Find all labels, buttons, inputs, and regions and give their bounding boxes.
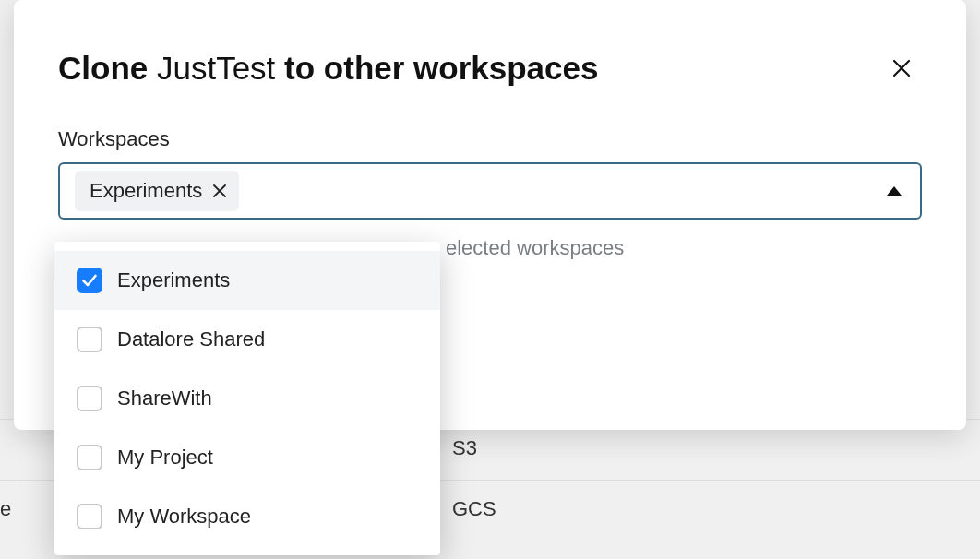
workspaces-field-label: Workspaces: [58, 127, 922, 151]
title-item-name: JustTest: [157, 50, 275, 86]
selected-workspace-chip[interactable]: Experiments: [75, 171, 239, 211]
workspace-option-my-project[interactable]: My Project: [54, 428, 440, 487]
workspaces-dropdown: Experiments Datalore Shared ShareWith My…: [54, 242, 440, 555]
workspace-option-datalore-shared[interactable]: Datalore Shared: [54, 310, 440, 369]
checkbox-unchecked[interactable]: [77, 504, 102, 529]
dialog-title: Clone JustTest to other workspaces: [58, 48, 598, 89]
checkbox-unchecked[interactable]: [77, 386, 102, 411]
x-icon: [213, 184, 226, 197]
option-label: Datalore Shared: [117, 327, 265, 351]
dialog-header: Clone JustTest to other workspaces: [58, 48, 922, 89]
option-label: My Project: [117, 446, 213, 470]
close-icon: [890, 57, 913, 79]
chip-remove-button[interactable]: [211, 183, 228, 199]
workspace-option-sharewith[interactable]: ShareWith: [54, 369, 440, 428]
option-label: Experiments: [117, 268, 230, 292]
close-button[interactable]: [881, 48, 922, 89]
title-prefix: Clone: [58, 50, 148, 86]
chip-label: Experiments: [90, 179, 202, 203]
background-cell: GCS: [443, 497, 496, 521]
option-label: My Workspace: [117, 505, 251, 529]
background-cell: S3: [443, 436, 477, 460]
title-suffix: to other workspaces: [284, 50, 598, 86]
workspace-option-my-workspace[interactable]: My Workspace: [54, 487, 440, 546]
option-label: ShareWith: [117, 387, 212, 410]
chevron-up-icon[interactable]: [887, 186, 902, 196]
checkbox-unchecked[interactable]: [77, 327, 102, 352]
background-cell-tail: e: [0, 497, 18, 521]
workspaces-multiselect[interactable]: Experiments: [58, 162, 922, 220]
checkbox-checked[interactable]: [77, 268, 102, 293]
check-icon: [81, 272, 98, 289]
workspaces-search-input[interactable]: [250, 172, 887, 209]
workspace-option-experiments[interactable]: Experiments: [54, 251, 440, 310]
checkbox-unchecked[interactable]: [77, 445, 102, 470]
